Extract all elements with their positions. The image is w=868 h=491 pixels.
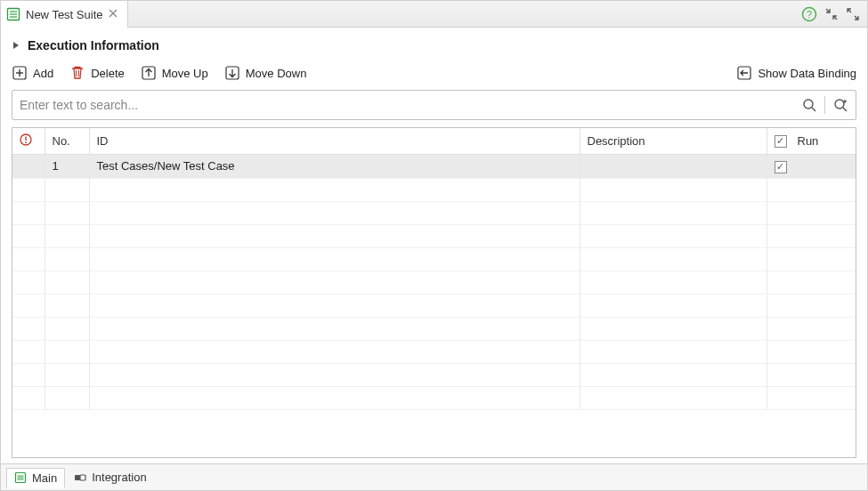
show-data-binding-button[interactable]: Show Data Binding — [736, 65, 856, 81]
minimize-icon[interactable] — [824, 7, 839, 21]
svg-point-17 — [835, 100, 844, 109]
warning-icon — [20, 135, 32, 149]
move-down-button[interactable]: Move Down — [224, 65, 307, 81]
svg-rect-28 — [75, 475, 80, 480]
table-row-empty — [12, 294, 856, 317]
search-icon[interactable] — [801, 97, 817, 113]
delete-button[interactable]: Delete — [69, 65, 125, 81]
toolbar: Add Delete Move Up Move Down Show Data B… — [12, 65, 856, 81]
table-row-empty — [12, 340, 856, 363]
tab-main[interactable]: Main — [6, 468, 65, 488]
help-icon[interactable]: ? — [801, 6, 817, 22]
svg-point-23 — [25, 141, 27, 143]
table-row[interactable]: 1Test Cases/New Test Case — [12, 155, 856, 179]
search-input[interactable] — [20, 98, 801, 112]
move-up-button[interactable]: Move Up — [141, 65, 208, 81]
section-title: Execution Information — [28, 38, 159, 52]
tab-main-label: Main — [32, 471, 57, 485]
add-button[interactable]: Add — [12, 65, 53, 81]
cell-description — [580, 155, 767, 179]
delete-label: Delete — [91, 67, 125, 80]
show-data-binding-label: Show Data Binding — [758, 67, 856, 80]
titlebar: New Test Suite ? — [1, 1, 867, 28]
table-row-empty — [12, 224, 856, 247]
bottom-tabs: Main Integration — [1, 463, 867, 490]
close-tab-icon[interactable] — [108, 8, 118, 21]
svg-text:?: ? — [807, 9, 812, 20]
test-suite-icon — [6, 7, 20, 21]
search-bar — [12, 90, 856, 120]
svg-marker-6 — [13, 42, 19, 49]
cell-id: Test Cases/New Test Case — [89, 155, 580, 179]
divider — [824, 96, 825, 114]
column-header-no[interactable]: No. — [45, 128, 89, 155]
column-header-run[interactable]: Run — [767, 128, 856, 155]
column-header-id[interactable]: ID — [89, 128, 580, 155]
table-row-empty — [12, 386, 856, 409]
table-row-empty — [12, 363, 856, 386]
execution-information-header[interactable]: Execution Information — [12, 38, 856, 52]
table-row-empty — [12, 270, 856, 294]
tab-integration-label: Integration — [92, 471, 146, 484]
expand-triangle-icon — [12, 39, 20, 52]
tab-main-icon — [14, 471, 27, 484]
tab-integration[interactable]: Integration — [67, 468, 153, 487]
editor-tab[interactable]: New Test Suite — [1, 1, 128, 28]
svg-line-16 — [812, 108, 815, 111]
column-header-warning[interactable] — [12, 128, 45, 155]
test-cases-table: No. ID Description Run 1Test Cases/New T… — [12, 127, 856, 458]
table-row-empty — [12, 247, 856, 270]
table-row-empty — [12, 201, 856, 224]
tab-integration-icon — [74, 471, 86, 484]
svg-line-18 — [843, 108, 847, 111]
maximize-icon[interactable] — [846, 7, 860, 21]
run-checkbox[interactable] — [775, 161, 787, 173]
add-label: Add — [33, 67, 53, 80]
editor-tab-title: New Test Suite — [26, 8, 102, 21]
table-row-empty — [12, 317, 856, 340]
advanced-search-icon[interactable] — [832, 97, 848, 113]
titlebar-actions: ? — [801, 1, 867, 27]
cell-no: 1 — [45, 155, 89, 179]
move-down-label: Move Down — [246, 67, 307, 80]
svg-rect-29 — [80, 475, 85, 480]
run-all-checkbox[interactable] — [775, 135, 787, 148]
svg-point-15 — [804, 100, 813, 109]
table-row-empty — [12, 178, 856, 201]
column-header-description[interactable]: Description — [580, 128, 767, 155]
move-up-label: Move Up — [162, 67, 208, 80]
